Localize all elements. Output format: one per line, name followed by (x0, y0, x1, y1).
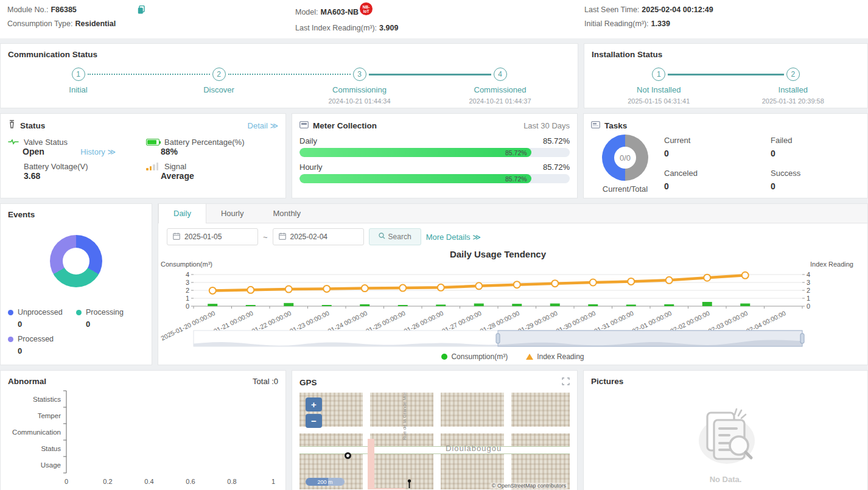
installation-status-panel: Installation Status 1 Not Installed 2025… (584, 43, 868, 108)
step-circle: 2 (786, 68, 800, 81)
map-zoom-in-button[interactable]: + (306, 397, 322, 411)
svg-text:1: 1 (271, 478, 275, 485)
svg-text:4: 4 (807, 271, 810, 278)
svg-text:Temper: Temper (38, 412, 61, 419)
map-zoom-out-button[interactable]: − (306, 414, 322, 428)
tasks-title: Tasks (604, 121, 627, 130)
fullscreen-icon[interactable] (562, 377, 570, 388)
tasks-donut-chart: 0/0 (602, 135, 648, 181)
copy-icon[interactable] (138, 5, 145, 14)
step-time: 2025-01-15 04:31:41 (628, 97, 690, 105)
tab-daily[interactable]: Daily (158, 204, 206, 223)
map[interactable]: Dioulabougou Rue de la Grande Mosquée Ru… (299, 393, 570, 489)
gps-title: GPS (299, 378, 317, 387)
svg-text:4: 4 (186, 271, 189, 278)
map-place-label: Dioulabougou (446, 444, 502, 453)
usage-tendency-panel: Daily Hourly Monthly 2025-01-05 ~ 2025-0… (158, 203, 868, 365)
step-circle: 3 (353, 68, 366, 81)
step-circle: 4 (494, 68, 507, 81)
step-connector (88, 74, 210, 75)
battery-icon (146, 139, 159, 145)
legend-dot (76, 310, 82, 315)
svg-text:1: 1 (807, 295, 810, 302)
module-no-label: Module No.: (7, 5, 48, 14)
map-attribution[interactable]: © OpenStreetMap contributors (491, 483, 567, 489)
more-details-link[interactable]: More Details ≫ (426, 233, 481, 242)
svg-text:3: 3 (807, 279, 810, 286)
events-legend-processing: Processing 0 (76, 308, 144, 329)
tasks-donut-wrap: 0/0 Current/Total (602, 135, 648, 194)
tab-hourly[interactable]: Hourly (206, 204, 259, 223)
legend-dot (8, 310, 13, 315)
no-data-illustration (689, 403, 762, 472)
date-from-input[interactable]: 2025-01-05 (167, 228, 258, 245)
abnormal-total: Total :0 (253, 377, 278, 386)
date-to-input[interactable]: 2025-02-04 (273, 228, 364, 245)
tab-monthly[interactable]: Monthly (258, 204, 315, 223)
step-label: Commissioned (474, 85, 527, 94)
consumption-type-row: Consumption Type: Residential (7, 19, 295, 28)
valve-status-value: Open (23, 147, 44, 156)
meter-hourly-pct: 85.72% (543, 163, 570, 172)
last-seen-label: Last Seen Time: (584, 5, 639, 14)
tasks-canceled: Canceled 0 (664, 169, 771, 194)
legend-circle-marker (441, 354, 447, 360)
initial-reading-row: Initial Reading(m³): 1.339 (584, 19, 861, 28)
meter-hourly-row: Hourly 85.72% 85.72% (299, 163, 570, 183)
module-no-row: Module No.: F86385 (7, 5, 295, 14)
legend-consumption[interactable]: Consumption(m³) (441, 352, 508, 361)
gps-panel: GPS Dioulabougou Rue de la Grande Mosqué… (292, 370, 578, 490)
device-header: Module No.: F86385 Consumption Type: Res… (0, 0, 868, 38)
search-button[interactable]: Search (369, 228, 421, 245)
events-legend-processed: Processed 0 (8, 335, 76, 355)
events-title: Events (8, 210, 144, 219)
abnormal-title: Abnormal (8, 377, 46, 386)
signal-block: Signal Average (146, 162, 278, 181)
signal-label: Signal (164, 162, 186, 171)
svg-text:0.4: 0.4 (144, 478, 153, 485)
history-link[interactable]: History ≫ (80, 147, 116, 156)
map-scale-bar: 200 m (306, 478, 345, 486)
valve-status-label: Valve Status (24, 138, 68, 147)
model-value: MA603-NB (321, 8, 359, 16)
step-time: 2024-10-21 01:44:37 (469, 97, 531, 105)
meter-range-label: Last 30 Days (523, 121, 570, 130)
legend-index-reading[interactable]: Index Reading (526, 352, 584, 361)
map-poi-icon (345, 452, 351, 459)
usage-chart-legend: Consumption(m³) Index Reading (158, 351, 867, 365)
step-label: Initial (69, 85, 87, 94)
meter-daily-track: 85.72% (299, 148, 570, 157)
installation-status-title: Installation Status (592, 50, 860, 59)
svg-text:0: 0 (186, 303, 189, 310)
meter-daily-row: Daily 85.72% 85.72% (299, 136, 570, 157)
signal-value: Average (161, 171, 194, 181)
svg-text:0: 0 (807, 303, 810, 310)
date-range-separator: ~ (263, 233, 268, 242)
events-legend-unprocessed: Unprocessed 0 (8, 308, 76, 329)
legend-triangle-marker (526, 354, 533, 360)
module-no-value: F86385 (51, 5, 76, 14)
legend-dot (8, 337, 13, 342)
nbiot-badge: NB-IoT (360, 2, 373, 15)
daily-usage-chart[interactable]: Daily Usage TendencyConsumption(m³)Index… (158, 248, 855, 351)
svg-text:0.6: 0.6 (186, 478, 195, 485)
svg-text:Statistics: Statistics (33, 396, 61, 403)
tasks-donut-caption: Current/Total (603, 184, 648, 194)
detail-link[interactable]: Detail ≫ (248, 121, 278, 130)
events-panel: Events Unprocessed 0 Processing 0 Proces… (0, 203, 152, 365)
step-label: Commissioning (332, 85, 387, 94)
consumption-type-label: Consumption Type: (7, 19, 72, 28)
svg-text:Usage: Usage (41, 461, 61, 469)
calendar-icon (173, 233, 180, 242)
step-connector (369, 74, 491, 75)
svg-text:0.2: 0.2 (103, 478, 112, 485)
battery-pct-value: 88% (161, 147, 178, 156)
map-marker-icon[interactable] (407, 479, 412, 489)
step-connector (668, 74, 784, 75)
svg-text:Daily Usage Tendency: Daily Usage Tendency (450, 249, 547, 259)
usage-tabs: Daily Hourly Monthly (158, 204, 867, 223)
tasks-failed: Failed 0 (771, 136, 868, 161)
meter-daily-label: Daily (299, 136, 317, 145)
meter-daily-pct: 85.72% (543, 136, 570, 145)
battery-voltage-block: Battery Voltage(V) 3.68 (8, 162, 140, 181)
